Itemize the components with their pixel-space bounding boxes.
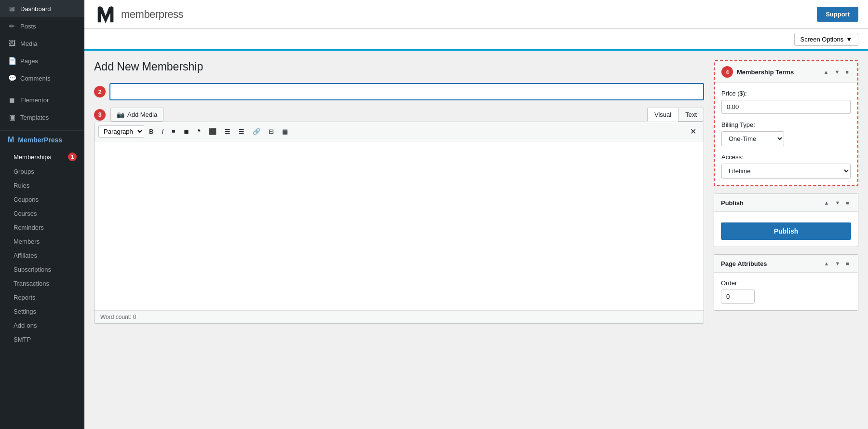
support-button[interactable]: Support: [817, 7, 858, 22]
sidebar-item-settings[interactable]: Settings: [0, 304, 84, 318]
sidebar-memberpress-section: M MemberPress: [0, 130, 84, 149]
membership-terms-header: 4 Membership Terms ▲ ▼ ■: [715, 61, 857, 83]
unordered-list-button[interactable]: ≡: [168, 126, 179, 137]
sidebar-item-pages[interactable]: 📄 Pages: [0, 52, 84, 69]
top-bar: memberpress Support: [84, 0, 868, 29]
comments-icon: 💬: [8, 74, 16, 82]
subscriptions-label: Subscriptions: [14, 266, 51, 273]
sidebar-item-posts[interactable]: ✏ Posts: [0, 17, 84, 35]
access-select[interactable]: Lifetime Fixed Limited: [721, 164, 851, 179]
align-center-button[interactable]: ☰: [221, 126, 234, 137]
step-badge-2: 2: [94, 86, 106, 97]
paragraph-select[interactable]: Paragraph: [98, 125, 144, 138]
order-input[interactable]: [721, 290, 755, 304]
table-button[interactable]: ▦: [279, 126, 291, 137]
word-count-value: 0: [133, 314, 136, 320]
memberships-label: Memberships: [14, 153, 51, 161]
editor-section: 3 📷 Add Media Visual Text: [94, 108, 704, 324]
courses-label: Courses: [14, 210, 37, 217]
editor-toolbar-top: 3 📷 Add Media Visual Text: [94, 108, 704, 122]
add-media-button[interactable]: 📷 Add Media: [110, 108, 163, 122]
brand-text: memberpress: [121, 8, 183, 21]
sidebar-item-coupons[interactable]: Coupons: [0, 193, 84, 207]
align-right-button[interactable]: ☰: [235, 126, 248, 137]
publish-panel: Publish ▲ ▼ ■ Publish: [714, 194, 858, 247]
memberpress-label: MemberPress: [18, 136, 62, 144]
memberpress-icon: M: [8, 136, 14, 144]
sidebar-item-smtp[interactable]: SMTP: [0, 332, 84, 346]
order-label: Order: [721, 279, 851, 287]
membership-title-input[interactable]: [109, 83, 704, 100]
page-attr-up-button[interactable]: ▲: [822, 260, 831, 267]
sidebar-item-label: Comments: [20, 75, 51, 82]
blockquote-button[interactable]: ❝: [194, 126, 204, 137]
membership-terms-body: Price ($): Billing Type: One-Time Access…: [715, 83, 857, 185]
editor-box: Paragraph B I ≡ ≣ ❝ ⬛ ☰ ☰ 🔗 ⊟ ▦ ✕: [94, 122, 704, 324]
horizontal-rule-button[interactable]: ⊟: [265, 126, 277, 137]
panel-controls: ▲ ▼ ■: [822, 68, 851, 76]
rules-label: Rules: [14, 182, 29, 189]
link-button[interactable]: 🔗: [249, 126, 264, 137]
text-tab[interactable]: Text: [678, 108, 704, 122]
sidebar-item-affiliates[interactable]: Affiliates: [0, 249, 84, 263]
panel-close-button[interactable]: ■: [843, 68, 851, 76]
billing-type-select[interactable]: One-Time: [721, 131, 784, 146]
sidebar-item-elementor[interactable]: ◼ Elementor: [0, 91, 84, 109]
visual-tab[interactable]: Visual: [647, 108, 678, 122]
publish-panel-down-button[interactable]: ▼: [833, 199, 842, 207]
sidebar-item-subscriptions[interactable]: Subscriptions: [0, 263, 84, 277]
sidebar-item-reports[interactable]: Reports: [0, 291, 84, 304]
page-attr-close-button[interactable]: ■: [844, 260, 851, 267]
content-area: Add New Membership 2 3 📷 Add Media: [84, 51, 868, 429]
sidebar-item-label: Posts: [20, 23, 36, 30]
memberpress-logo: memberpress: [94, 3, 183, 26]
sidebar-item-label: Pages: [20, 57, 38, 65]
editor-body[interactable]: [95, 141, 704, 310]
visual-text-tabs: Visual Text: [647, 108, 704, 122]
bold-button[interactable]: B: [146, 126, 157, 137]
sidebar-item-add-ons[interactable]: Add-ons: [0, 318, 84, 332]
sidebar-item-label: Media: [20, 40, 37, 47]
italic-button[interactable]: I: [158, 126, 167, 137]
sidebar-item-reminders[interactable]: Reminders: [0, 221, 84, 235]
expand-button[interactable]: ✕: [687, 125, 700, 138]
ordered-list-button[interactable]: ≣: [180, 126, 192, 137]
sidebar-item-transactions[interactable]: Transactions: [0, 277, 84, 291]
page-attributes-header: Page Attributes ▲ ▼ ■: [714, 255, 858, 273]
sidebar-item-label: Elementor: [20, 97, 49, 104]
groups-label: Groups: [14, 168, 34, 175]
price-label: Price ($):: [721, 90, 851, 97]
members-label: Members: [14, 238, 40, 245]
memberships-badge: 1: [68, 152, 77, 161]
page-attributes-controls: ▲ ▼ ■: [822, 260, 851, 267]
price-input[interactable]: [721, 100, 851, 114]
publish-panel-up-button[interactable]: ▲: [822, 199, 831, 207]
publish-panel-close-button[interactable]: ■: [844, 199, 851, 207]
panel-collapse-up-button[interactable]: ▲: [822, 68, 831, 76]
panel-collapse-down-button[interactable]: ▼: [832, 68, 841, 76]
sidebar-item-comments[interactable]: 💬 Comments: [0, 69, 84, 87]
sidebar-item-rules[interactable]: Rules: [0, 179, 84, 193]
billing-type-row: One-Time: [721, 131, 851, 146]
sidebar-item-members[interactable]: Members: [0, 235, 84, 249]
screen-options-button[interactable]: Screen Options ▼: [794, 33, 858, 46]
page-attr-down-button[interactable]: ▼: [833, 260, 842, 267]
settings-label: Settings: [14, 308, 36, 315]
sidebar: ⊞ Dashboard ✏ Posts 🖼 Media 📄 Pages 💬 Co…: [0, 0, 84, 429]
access-label: Access:: [721, 153, 851, 161]
elementor-icon: ◼: [8, 96, 16, 104]
title-row: 2: [94, 83, 704, 100]
main-content: memberpress Support Screen Options ▼ Add…: [84, 0, 868, 429]
sidebar-item-templates[interactable]: ▣ Templates: [0, 109, 84, 126]
smtp-label: SMTP: [14, 336, 31, 343]
align-left-button[interactable]: ⬛: [205, 126, 220, 137]
sidebar-item-media[interactable]: 🖼 Media: [0, 35, 84, 52]
affiliates-label: Affiliates: [14, 252, 37, 259]
sidebar-item-courses[interactable]: Courses: [0, 207, 84, 221]
add-ons-label: Add-ons: [14, 322, 37, 329]
sidebar-item-dashboard[interactable]: ⊞ Dashboard: [0, 0, 84, 17]
transactions-label: Transactions: [14, 280, 49, 287]
sidebar-item-groups[interactable]: Groups: [0, 165, 84, 179]
sidebar-item-memberships[interactable]: Memberships 1: [0, 149, 84, 165]
publish-button[interactable]: Publish: [721, 222, 851, 240]
